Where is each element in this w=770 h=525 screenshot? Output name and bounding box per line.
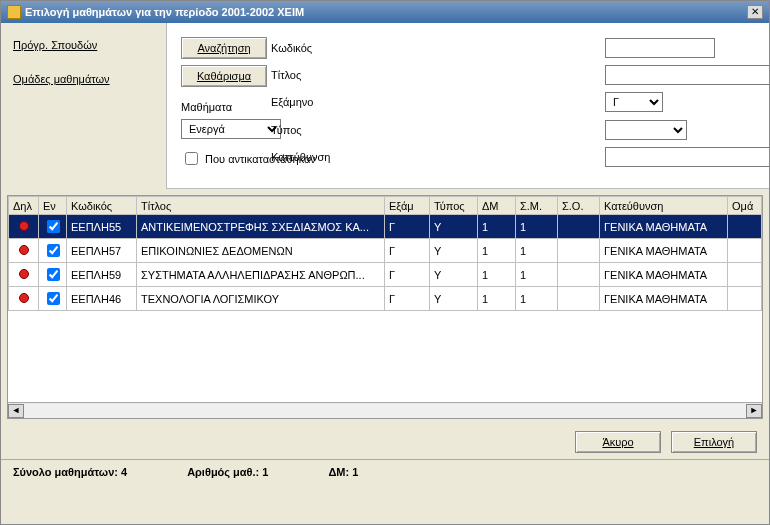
row-en-checkbox[interactable] — [47, 268, 60, 281]
statusbar: Σύνολο μαθημάτων: 4 Αριθμός μαθ.: 1 ΔΜ: … — [1, 459, 769, 483]
courses-select[interactable]: Ενεργά — [181, 119, 281, 139]
cell-so — [558, 287, 600, 311]
row-en-checkbox[interactable] — [47, 292, 60, 305]
cell-sm: 1 — [516, 239, 558, 263]
cell-so — [558, 215, 600, 239]
type-select[interactable] — [605, 120, 687, 140]
cell-code: ΕΕΠΛΗ57 — [67, 239, 137, 263]
cell-dm: 1 — [478, 215, 516, 239]
select-button[interactable]: Επιλογή — [671, 431, 757, 453]
cell-dm: 1 — [478, 287, 516, 311]
table-row[interactable]: ΕΕΠΛΗ57ΕΠΙΚΟΙΝΩΝΙΕΣ ΔΕΔΟΜΕΝΩΝΓΥ11ΓΕΝΙΚΑ … — [9, 239, 762, 263]
scroll-track[interactable] — [24, 404, 746, 418]
sidebar: Πρόγρ. Σπουδών Ομάδες μαθημάτων — [1, 23, 166, 189]
sidebar-item-curriculum[interactable]: Πρόγρ. Σπουδών — [9, 37, 158, 53]
cell-direction: ΓΕΝΙΚΑ ΜΑΘΗΜΑΤΑ — [600, 215, 728, 239]
cell-code: ΕΕΠΛΗ46 — [67, 287, 137, 311]
cell-sem: Γ — [385, 215, 430, 239]
replaced-checkbox[interactable] — [185, 152, 198, 165]
cell-title: ΣΥΣΤΗΜΑΤΑ ΑΛΛΗΛΕΠΙΔΡΑΣΗΣ ΑΝΘΡΩΠ... — [137, 263, 385, 287]
status-total: Σύνολο μαθημάτων: 4 — [13, 466, 127, 478]
search-form: Κωδικός Αναζήτηση Καθάρισμα Μαθήματα Ενε… — [166, 23, 769, 189]
cell-code: ΕΕΠΛΗ55 — [67, 215, 137, 239]
col-dm[interactable]: ΔΜ — [478, 197, 516, 215]
row-en-checkbox[interactable] — [47, 220, 60, 233]
table-row[interactable]: ΕΕΠΛΗ46ΤΕΧΝΟΛΟΓΙΑ ΛΟΓΙΣΜΙΚΟΥΓΥ11ΓΕΝΙΚΑ Μ… — [9, 287, 762, 311]
search-button[interactable]: Αναζήτηση — [181, 37, 267, 59]
cell-title: ΑΝΤΙΚΕΙΜΕΝΟΣΤΡΕΦΗΣ ΣΧΕΔΙΑΣΜΟΣ ΚΑ... — [137, 215, 385, 239]
cell-code: ΕΕΠΛΗ59 — [67, 263, 137, 287]
close-icon[interactable]: ✕ — [747, 5, 763, 19]
semester-label: Εξάμηνο — [271, 96, 595, 108]
cell-group — [728, 263, 762, 287]
col-so[interactable]: Σ.Ο. — [558, 197, 600, 215]
cell-so — [558, 263, 600, 287]
cell-direction: ΓΕΝΙΚΑ ΜΑΘΗΜΑΤΑ — [600, 239, 728, 263]
col-title[interactable]: Τίτλος — [137, 197, 385, 215]
cell-sem: Γ — [385, 263, 430, 287]
cell-direction: ΓΕΝΙΚΑ ΜΑΘΗΜΑΤΑ — [600, 263, 728, 287]
col-sem[interactable]: Εξάμ — [385, 197, 430, 215]
cell-so — [558, 239, 600, 263]
status-dot-icon — [19, 269, 29, 279]
cell-title: ΕΠΙΚΟΙΝΩΝΙΕΣ ΔΕΔΟΜΕΝΩΝ — [137, 239, 385, 263]
status-dot-icon — [19, 221, 29, 231]
row-en-checkbox[interactable] — [47, 244, 60, 257]
grid-header-row: Δηλ Εν Κωδικός Τίτλος Εξάμ Τύπος ΔΜ Σ.Μ.… — [9, 197, 762, 215]
table-row[interactable]: ΕΕΠΛΗ59ΣΥΣΤΗΜΑΤΑ ΑΛΛΗΛΕΠΙΔΡΑΣΗΣ ΑΝΘΡΩΠ..… — [9, 263, 762, 287]
col-type[interactable]: Τύπος — [430, 197, 478, 215]
cell-sm: 1 — [516, 287, 558, 311]
footer-buttons: Άκυρο Επιλογή — [1, 425, 769, 459]
cell-type: Υ — [430, 215, 478, 239]
cell-title: ΤΕΧΝΟΛΟΓΙΑ ΛΟΓΙΣΜΙΚΟΥ — [137, 287, 385, 311]
cell-direction: ΓΕΝΙΚΑ ΜΑΘΗΜΑΤΑ — [600, 287, 728, 311]
sidebar-item-course-groups[interactable]: Ομάδες μαθημάτων — [9, 71, 158, 87]
col-code[interactable]: Κωδικός — [67, 197, 137, 215]
status-dot-icon — [19, 245, 29, 255]
cell-sem: Γ — [385, 239, 430, 263]
cancel-button[interactable]: Άκυρο — [575, 431, 661, 453]
cell-type: Υ — [430, 239, 478, 263]
direction-label: Κατεύθυνση — [271, 151, 595, 163]
col-dhl[interactable]: Δηλ — [9, 197, 39, 215]
cell-type: Υ — [430, 287, 478, 311]
window-title: Επιλογή μαθημάτων για την περίοδο 2001-2… — [25, 6, 304, 18]
title-input[interactable] — [605, 65, 770, 85]
status-dm: ΔΜ: 1 — [328, 466, 358, 478]
cell-sm: 1 — [516, 263, 558, 287]
code-input[interactable] — [605, 38, 715, 58]
semester-select[interactable]: Γ — [605, 92, 663, 112]
type-label: Τύπος — [271, 124, 595, 136]
col-en[interactable]: Εν — [39, 197, 67, 215]
cell-group — [728, 239, 762, 263]
cell-group — [728, 215, 762, 239]
scroll-right-icon[interactable]: ► — [746, 404, 762, 418]
scroll-left-icon[interactable]: ◄ — [8, 404, 24, 418]
courses-label: Μαθήματα — [181, 101, 232, 113]
direction-select[interactable] — [605, 147, 770, 167]
results-grid: Δηλ Εν Κωδικός Τίτλος Εξάμ Τύπος ΔΜ Σ.Μ.… — [7, 195, 763, 419]
app-icon — [7, 5, 21, 19]
col-group[interactable]: Ομά — [728, 197, 762, 215]
cell-group — [728, 287, 762, 311]
cell-type: Υ — [430, 263, 478, 287]
horizontal-scrollbar[interactable]: ◄ ► — [8, 402, 762, 418]
cell-sem: Γ — [385, 287, 430, 311]
cell-sm: 1 — [516, 215, 558, 239]
cell-dm: 1 — [478, 239, 516, 263]
cell-dm: 1 — [478, 263, 516, 287]
status-dot-icon — [19, 293, 29, 303]
clear-button[interactable]: Καθάρισμα — [181, 65, 267, 87]
titlebar: Επιλογή μαθημάτων για την περίοδο 2001-2… — [1, 1, 769, 23]
status-count: Αριθμός μαθ.: 1 — [187, 466, 268, 478]
title-label: Τίτλος — [271, 69, 595, 81]
code-label: Κωδικός — [271, 42, 595, 54]
table-row[interactable]: ΕΕΠΛΗ55ΑΝΤΙΚΕΙΜΕΝΟΣΤΡΕΦΗΣ ΣΧΕΔΙΑΣΜΟΣ ΚΑ.… — [9, 215, 762, 239]
col-sm[interactable]: Σ.Μ. — [516, 197, 558, 215]
col-direction[interactable]: Κατεύθυνση — [600, 197, 728, 215]
